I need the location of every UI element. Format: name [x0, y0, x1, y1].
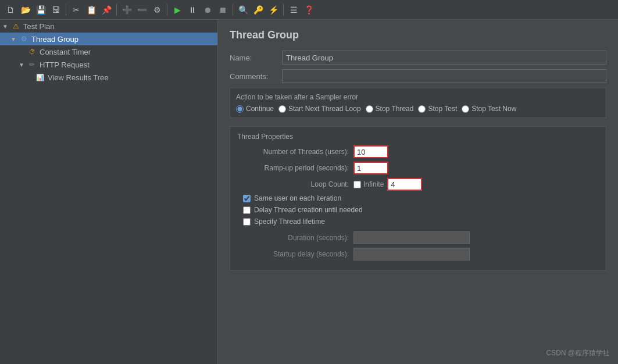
action-group-title: Action to be taken after a Sampler error	[236, 93, 600, 101]
tree-item-http-request[interactable]: ▼ ✏ HTTP Request	[0, 58, 217, 71]
rampup-row: Ramp-up period (seconds):	[237, 162, 599, 174]
thread-props-title: Thread Properties	[237, 133, 599, 141]
duration-label: Duration (seconds):	[237, 234, 353, 242]
toolbar-sep5	[283, 4, 284, 16]
toolbar-search-btn[interactable]: 🔍	[236, 3, 250, 17]
toolbar-stop-btn[interactable]: ⏹	[216, 3, 230, 17]
action-stop-test[interactable]: Stop Test	[418, 105, 457, 113]
delay-thread-label: Delay Thread creation until needed	[254, 206, 363, 214]
view-results-icon: 📊	[35, 73, 45, 82]
name-label: Name:	[230, 53, 282, 62]
http-request-icon: ✏	[27, 60, 37, 69]
toolbar-cut-btn[interactable]: ✂	[69, 3, 83, 17]
tree-label-thread-group: Thread Group	[31, 35, 214, 44]
loop-count-input[interactable]	[387, 178, 422, 191]
tree-item-thread-group[interactable]: ▼ ⚙ Thread Group	[0, 33, 217, 45]
toolbar-open-btn[interactable]: 📂	[19, 3, 33, 17]
specify-lifetime-checkbox[interactable]	[243, 218, 251, 226]
threads-label: Number of Threads (users):	[237, 148, 353, 156]
start-next-label: Start Next Thread Loop	[288, 105, 361, 113]
toolbar-copy-btn[interactable]: 📋	[84, 3, 98, 17]
toolbar-sep1	[66, 4, 66, 16]
stop-test-now-radio[interactable]	[462, 105, 469, 113]
panel-title: Thread Group	[230, 29, 606, 41]
toolbar-lightning-btn[interactable]: ⚡	[266, 3, 280, 17]
toolbar-help-btn[interactable]: ❓	[302, 3, 316, 17]
toolbar-run-btn[interactable]: ▶	[170, 3, 184, 17]
toolbar-record-btn[interactable]: ⏺	[201, 3, 215, 17]
toolbar-save-btn[interactable]: 💾	[34, 3, 48, 17]
action-continue[interactable]: Continue	[236, 105, 274, 113]
startup-delay-row: Startup delay (seconds):	[237, 248, 599, 260]
toolbar-remove-btn[interactable]: ➖	[135, 3, 149, 17]
continue-radio[interactable]	[236, 105, 244, 113]
tree-toggle-thread-group: ▼	[10, 36, 19, 42]
stop-thread-radio[interactable]	[366, 105, 373, 113]
main-container: ▼ ⚠ Test Plan ▼ ⚙ Thread Group ⏱ Constan…	[0, 20, 618, 364]
delay-thread-checkbox[interactable]	[243, 206, 251, 214]
tree-toggle-view-results	[27, 74, 35, 81]
toolbar-settings-btn[interactable]: ⚙	[150, 3, 164, 17]
tree-toggle-constant-timer	[19, 49, 27, 55]
continue-label: Continue	[246, 105, 274, 113]
tree-item-test-plan[interactable]: ▼ ⚠ Test Plan	[0, 20, 217, 33]
toolbar: 🗋 📂 💾 🖫 ✂ 📋 📌 ➕ ➖ ⚙ ▶ ⏸ ⏺ ⏹ 🔍 🔑 ⚡ ☰ ❓	[0, 0, 618, 20]
toolbar-save-as-btn[interactable]: 🖫	[49, 3, 63, 17]
tree-item-view-results-tree[interactable]: 📊 View Results Tree	[0, 71, 217, 84]
toolbar-key-btn[interactable]: 🔑	[251, 3, 265, 17]
action-stop-thread[interactable]: Stop Thread	[366, 105, 414, 113]
test-plan-icon: ⚠	[10, 22, 21, 31]
duration-section: Duration (seconds): Startup delay (secon…	[237, 231, 599, 260]
specify-lifetime-row: Specify Thread lifetime	[237, 217, 599, 226]
name-input[interactable]	[282, 51, 606, 65]
comments-row: Comments:	[230, 69, 606, 83]
same-user-label: Same user on each iteration	[254, 194, 341, 202]
right-panel: Thread Group Name: Comments: Action to b…	[218, 20, 618, 364]
stop-test-now-label: Stop Test Now	[471, 105, 516, 113]
constant-timer-icon: ⏱	[27, 47, 37, 56]
start-next-radio[interactable]	[278, 105, 286, 113]
thread-group-icon: ⚙	[19, 34, 29, 44]
delay-thread-row: Delay Thread creation until needed	[237, 206, 599, 214]
rampup-input[interactable]	[353, 162, 388, 174]
startup-delay-label: Startup delay (seconds):	[237, 250, 353, 258]
loop-count-label: Loop Count:	[237, 180, 353, 188]
infinite-checkbox[interactable]	[353, 181, 361, 188]
comments-label: Comments:	[230, 72, 282, 81]
toolbar-add-btn[interactable]: ➕	[120, 3, 134, 17]
tree-label-test-plan: Test Plan	[23, 22, 214, 31]
tree-label-http-request: HTTP Request	[40, 60, 214, 69]
startup-delay-input[interactable]	[353, 248, 470, 260]
threads-input[interactable]	[353, 145, 388, 158]
tree-item-constant-timer[interactable]: ⏱ Constant Timer	[0, 45, 217, 58]
toolbar-pause-btn[interactable]: ⏸	[185, 3, 199, 17]
tree-toggle-test-plan: ▼	[2, 23, 10, 30]
specify-lifetime-label: Specify Thread lifetime	[254, 217, 325, 226]
toolbar-new-btn[interactable]: 🗋	[3, 3, 17, 17]
same-user-checkbox[interactable]	[243, 195, 251, 202]
infinite-check-group: Infinite	[353, 180, 384, 188]
loop-count-row: Loop Count: Infinite	[237, 178, 599, 191]
tree-toggle-http-request: ▼	[19, 62, 27, 68]
name-row: Name:	[230, 51, 606, 65]
duration-row: Duration (seconds):	[237, 231, 599, 244]
action-start-next[interactable]: Start Next Thread Loop	[278, 105, 361, 113]
stop-thread-label: Stop Thread	[376, 105, 414, 113]
action-stop-test-now[interactable]: Stop Test Now	[462, 105, 516, 113]
duration-input[interactable]	[353, 231, 470, 244]
action-radio-group: Continue Start Next Thread Loop Stop Thr…	[236, 105, 600, 113]
comments-input[interactable]	[282, 69, 606, 83]
toolbar-sep2	[116, 4, 117, 16]
toolbar-sep4	[233, 4, 233, 16]
toolbar-sep3	[167, 4, 167, 16]
tree-label-view-results: View Results Tree	[48, 73, 214, 82]
infinite-label: Infinite	[363, 180, 384, 188]
left-panel: ▼ ⚠ Test Plan ▼ ⚙ Thread Group ⏱ Constan…	[0, 20, 218, 364]
thread-props-section: Thread Properties Number of Threads (use…	[230, 126, 606, 270]
rampup-label: Ramp-up period (seconds):	[237, 164, 353, 172]
toolbar-paste-btn[interactable]: 📌	[99, 3, 113, 17]
toolbar-menu-btn[interactable]: ☰	[287, 3, 301, 17]
stop-test-label: Stop Test	[428, 105, 457, 113]
stop-test-radio[interactable]	[418, 105, 426, 113]
tree-label-constant-timer: Constant Timer	[40, 48, 214, 56]
